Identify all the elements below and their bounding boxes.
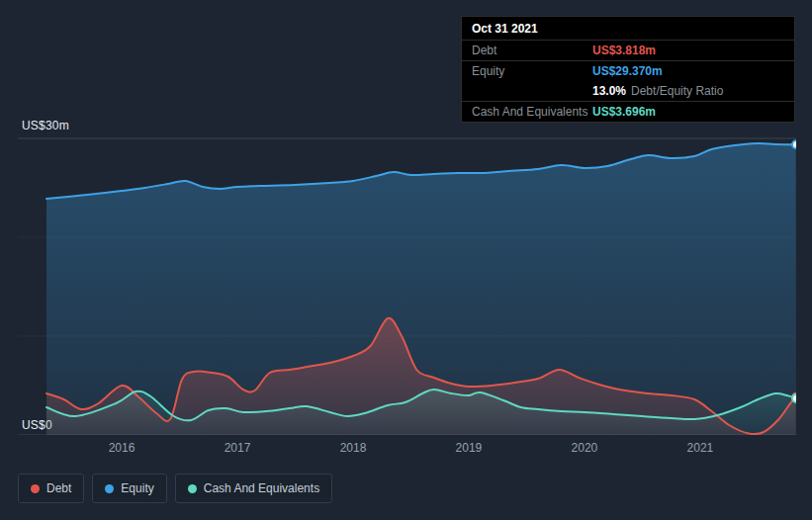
x-axis-label: 2020 [560,441,609,455]
tooltip-debt-label: Debt [472,43,592,57]
tooltip-ratio-label: Debt/Equity Ratio [631,84,723,98]
tooltip-date: Oct 31 2021 [462,17,794,41]
legend-item-debt[interactable]: Debt [18,474,84,503]
tooltip-row-ratio: 13.0%Debt/Equity Ratio [462,81,794,102]
legend-dot-icon [105,484,114,493]
legend-label: Debt [46,481,71,495]
tooltip-cash-value: US$3.696m [592,105,656,119]
legend-dot-icon [188,484,197,493]
x-axis-label: 2016 [97,441,146,455]
x-axis-label: 2019 [444,441,494,455]
tooltip-debt-value: US$3.818m [592,43,656,57]
legend-item-cash-and-equivalents[interactable]: Cash And Equivalents [175,474,332,503]
series-endpoint-equity [792,140,796,148]
legend-item-equity[interactable]: Equity [92,474,166,503]
tooltip-equity-label: Equity [472,64,592,78]
legend-dot-icon [31,484,40,493]
tooltip-row-cash: Cash And Equivalents US$3.696m [462,102,794,122]
x-axis: 201620172018201920202021 [0,441,812,457]
x-axis-label: 2018 [328,441,378,455]
legend-label: Equity [121,481,153,495]
series-endpoint-cash-and-equivalents [792,394,796,402]
x-axis-label: 2021 [676,441,725,455]
x-axis-label: 2017 [213,441,262,455]
tooltip-ratio-value: 13.0% [592,84,626,98]
tooltip-row-equity: Equity US$29.370m [462,61,794,81]
tooltip-row-debt: Debt US$3.818m [462,41,794,61]
tooltip-equity-value: US$29.370m [592,64,663,78]
debt-equity-chart-card: US$30m US$0 201620172018201920202021 Oct… [0,0,812,520]
tooltip-ratio: 13.0%Debt/Equity Ratio [592,84,723,98]
chart-legend: DebtEquityCash And Equivalents [18,474,332,503]
tooltip-cash-label: Cash And Equivalents [472,105,592,119]
chart-plot-area[interactable] [18,124,796,435]
legend-label: Cash And Equivalents [204,481,319,495]
chart-tooltip: Oct 31 2021 Debt US$3.818m Equity US$29.… [461,16,795,123]
